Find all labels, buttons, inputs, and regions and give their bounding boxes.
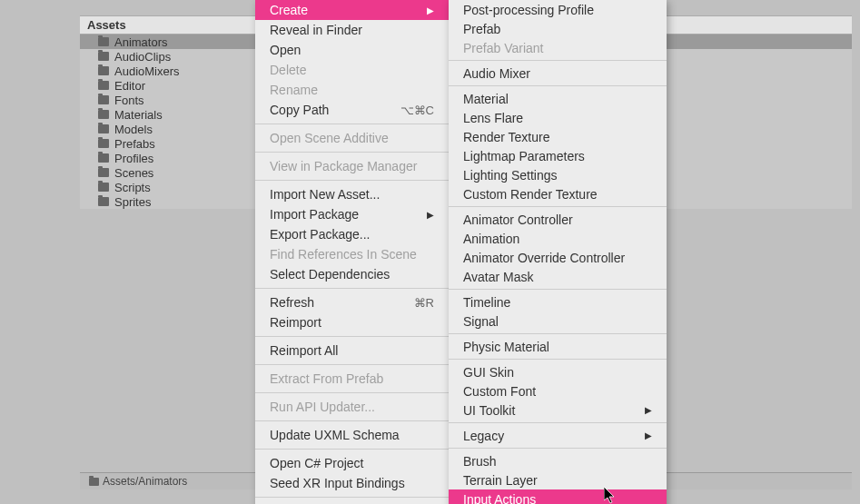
assets-item-label: AudioClips [114, 50, 171, 64]
folder-icon [98, 81, 109, 90]
menu-item[interactable]: Audio Mixer [449, 64, 667, 83]
menu-item[interactable]: Avatar Mask [449, 267, 667, 286]
menu-item-label: Reveal in Finder [270, 23, 362, 37]
menu-item[interactable]: Lighting Settings [449, 165, 667, 184]
menu-item[interactable]: Select Dependencies [255, 264, 449, 284]
menu-item[interactable]: Lightmap Parameters [449, 146, 667, 165]
menu-item[interactable]: Material [449, 89, 667, 108]
menu-item[interactable]: UI Toolkit▶ [449, 400, 667, 420]
menu-divider [449, 206, 667, 207]
menu-item-label: Reimport All [270, 343, 338, 358]
menu-item: Open Scene Additive [255, 128, 449, 148]
folder-icon [98, 139, 109, 148]
menu-item-label: Animator Controller [463, 212, 573, 227]
menu-item: Run API Updater... [255, 397, 449, 417]
breadcrumb-text: Assets/Animators [103, 475, 187, 488]
menu-item-label: Physic Material [463, 340, 549, 354]
menu-item[interactable]: Custom Font [449, 381, 667, 400]
menu-item[interactable]: Input Actions [449, 489, 667, 504]
menu-item[interactable]: Animation [449, 229, 667, 248]
folder-icon [98, 52, 109, 61]
menu-item-label: Extract From Prefab [270, 371, 383, 386]
menu-item-label: Reimport [270, 315, 321, 330]
menu-divider [255, 336, 449, 337]
folder-icon [98, 37, 109, 46]
menu-divider [255, 364, 449, 365]
menu-item-label: Brush [463, 454, 497, 469]
menu-item[interactable]: Lens Flare [449, 108, 667, 127]
menu-item: Find References In Scene [255, 244, 449, 264]
submenu-arrow-icon: ▶ [427, 5, 434, 15]
menu-item[interactable]: Export Package... [255, 224, 449, 244]
menu-item-label: Rename [270, 83, 318, 97]
menu-item[interactable]: Prefab [449, 19, 667, 38]
menu-item-label: Delete [270, 63, 306, 77]
folder-icon [98, 95, 109, 104]
menu-item[interactable]: Reveal in Finder [255, 20, 449, 40]
menu-item-label: Input Actions [463, 492, 536, 505]
menu-item[interactable]: Open [255, 40, 449, 60]
menu-item: Prefab Variant [449, 38, 667, 57]
menu-item[interactable]: Post-processing Profile [449, 0, 667, 19]
menu-item-label: Run API Updater... [270, 400, 375, 414]
assets-item-label: Fonts [114, 94, 144, 107]
menu-item-label: Open Scene Additive [270, 131, 389, 145]
menu-item-label: Avatar Mask [463, 270, 534, 284]
assets-item-label: Sprites [114, 195, 151, 209]
menu-item[interactable]: Custom Render Texture [449, 184, 667, 203]
menu-item[interactable]: Terrain Layer [449, 470, 667, 489]
menu-item[interactable]: Copy Path⌥⌘C [255, 100, 449, 120]
menu-item-label: Material [463, 92, 509, 106]
menu-item[interactable]: Open C# Project [255, 453, 449, 473]
menu-item[interactable]: Physic Material [449, 337, 667, 356]
menu-item[interactable]: Legacy▶ [449, 426, 667, 445]
menu-item[interactable]: Seed XR Input Bindings [255, 473, 449, 493]
menu-item-label: Seed XR Input Bindings [270, 476, 405, 490]
folder-icon [98, 168, 109, 177]
submenu-arrow-icon: ▶ [645, 430, 652, 440]
menu-item-label: Update UXML Schema [270, 428, 400, 442]
menu-item[interactable]: Animator Override Controller [449, 248, 667, 267]
menu-item[interactable]: Create▶ [255, 0, 449, 20]
menu-item[interactable]: Reimport All [255, 341, 449, 361]
menu-item[interactable]: Reimport [255, 312, 449, 332]
menu-item[interactable]: Signal [449, 311, 667, 331]
menu-item-label: Signal [463, 314, 499, 329]
folder-icon [89, 478, 99, 486]
assets-item-label: AudioMixers [114, 64, 180, 78]
menu-item-label: View in Package Manager [270, 159, 417, 173]
menu-item-label: Lighting Settings [463, 168, 558, 183]
assets-item-label: Animators [114, 35, 168, 49]
assets-item-label: Scripts [114, 181, 151, 194]
menu-item-label: GUI Skin [463, 365, 514, 380]
menu-item[interactable]: Render Texture [449, 127, 667, 146]
menu-item-label: Legacy [463, 429, 504, 443]
menu-divider [255, 497, 449, 498]
assets-item-label: Editor [114, 79, 145, 93]
menu-item-label: Timeline [463, 295, 510, 310]
folder-icon [98, 197, 109, 206]
menu-item-label: Render Texture [463, 130, 549, 144]
menu-item[interactable]: Animator Controller [449, 210, 667, 229]
menu-divider [449, 60, 667, 61]
menu-item[interactable]: Brush [449, 451, 667, 470]
menu-item-label: Open C# Project [270, 456, 364, 470]
assets-item-label: Prefabs [114, 137, 155, 151]
menu-divider [255, 124, 449, 124]
assets-item-label: Profiles [114, 152, 153, 165]
menu-item[interactable]: GUI Skin [449, 362, 667, 381]
menu-item[interactable]: Refresh⌘R [255, 292, 449, 312]
assets-item-label: Materials [114, 108, 163, 122]
menu-item-label: Post-processing Profile [463, 3, 594, 17]
menu-divider [255, 449, 449, 450]
menu-divider [255, 420, 449, 421]
menu-shortcut: ⌘R [414, 296, 434, 310]
menu-divider [255, 392, 449, 393]
menu-item[interactable]: Import Package▶ [255, 204, 449, 224]
assets-item-label: Models [114, 123, 153, 136]
menu-item-label: Terrain Layer [463, 473, 538, 488]
menu-item-label: Copy Path [270, 103, 329, 117]
menu-item[interactable]: Import New Asset... [255, 184, 449, 204]
menu-item[interactable]: Update UXML Schema [255, 425, 449, 445]
menu-item[interactable]: Timeline [449, 292, 667, 311]
